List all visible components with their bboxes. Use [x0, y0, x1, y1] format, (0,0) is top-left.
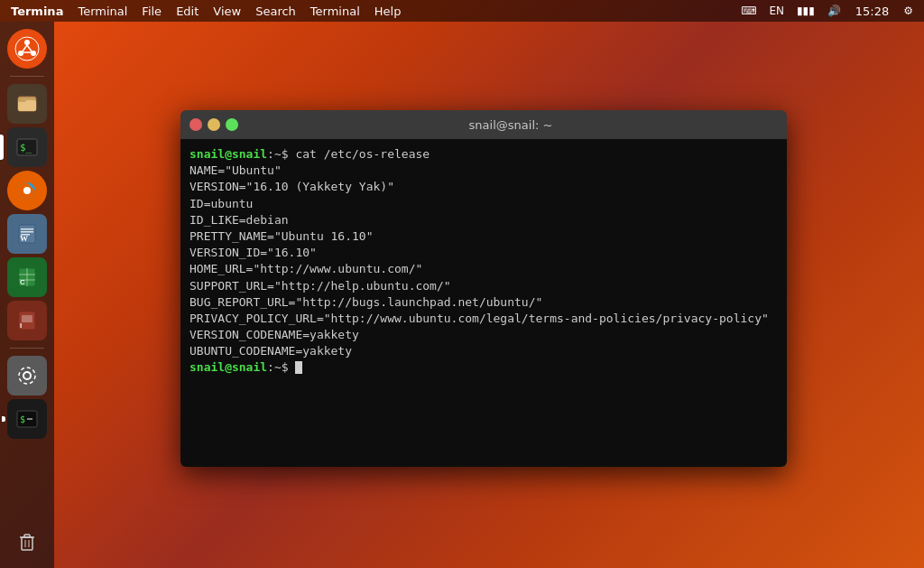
menu-terminal2[interactable]: Terminal [303, 0, 367, 22]
svg-point-10 [23, 187, 31, 194]
svg-point-1 [24, 40, 30, 45]
sidebar: $_ W [0, 22, 54, 568]
volume-icon[interactable]: 🔊 [824, 5, 845, 17]
svg-point-25 [19, 368, 35, 384]
sidebar-item-libreoffice-impress[interactable]: I [7, 301, 47, 340]
desktop: Termina Terminal File Edit View Search T… [0, 0, 924, 568]
maximize-button[interactable] [226, 118, 238, 131]
prompt-2: snail@snail [189, 360, 267, 374]
lang-icon[interactable]: EN [765, 5, 788, 17]
command-line: snail@snail:~$ cat /etc/os-release [189, 146, 778, 163]
output-line-6: VERSION_ID="16.10" [189, 245, 778, 261]
menu-file[interactable]: File [134, 0, 169, 22]
output-line-10: PRIVACY_POLICY_URL="http://www.ubuntu.co… [189, 311, 778, 327]
terminal-titlebar: snail@snail: ~ [180, 110, 787, 139]
settings-icon [15, 364, 39, 387]
output-line-11: VERSION_CODENAME=yakkety [189, 327, 778, 343]
svg-rect-28 [27, 418, 32, 420]
settings-icon[interactable]: ⚙ [900, 5, 917, 17]
terminal-icon: $_ [15, 135, 39, 159]
sidebar-item-trash[interactable] [7, 521, 47, 561]
close-button[interactable] [189, 118, 202, 131]
menu-search[interactable]: Search [248, 0, 303, 22]
svg-text:I: I [20, 321, 22, 330]
menu-help[interactable]: Help [367, 0, 409, 22]
output-line-7: HOME_URL="http://www.ubuntu.com/" [189, 261, 778, 277]
trash-icon [15, 529, 39, 553]
sidebar-item-firefox[interactable] [7, 171, 47, 210]
svg-text:$_: $_ [20, 142, 32, 154]
svg-rect-13 [21, 231, 33, 233]
minimize-button[interactable] [208, 118, 220, 131]
svg-rect-12 [21, 228, 33, 230]
output-line-4: ID_LIKE=debian [189, 212, 778, 228]
files-icon [15, 92, 39, 116]
cursor [295, 361, 302, 374]
output-line-8: SUPPORT_URL="http://help.ubuntu.com/" [189, 278, 778, 294]
terminal-title: snail@snail: ~ [244, 118, 778, 132]
svg-text:W: W [20, 234, 28, 243]
top-bar: Termina Terminal File Edit View Search T… [0, 0, 924, 22]
output-line-5: PRETTY_NAME="Ubuntu 16.10" [189, 228, 778, 245]
svg-text:C: C [20, 278, 25, 286]
svg-rect-29 [22, 537, 32, 550]
sidebar-item-libreoffice-calc[interactable]: C [7, 257, 47, 297]
calc-icon: C [15, 265, 39, 289]
clock: 15:28 [850, 5, 894, 18]
prompt-suffix-1: :~$ [267, 147, 288, 161]
sidebar-item-ubuntu[interactable] [7, 29, 47, 69]
prompt-line-2: snail@snail:~$ [189, 359, 778, 376]
impress-icon: I [15, 309, 39, 332]
prompt-suffix-2: :~$ [267, 360, 288, 374]
output-line-9: BUG_REPORT_URL="http://bugs.launchpad.ne… [189, 294, 778, 311]
sidebar-separator-1 [10, 76, 44, 77]
output-line-1: NAME="Ubuntu" [189, 163, 778, 179]
command-text: cat /etc/os-release [295, 147, 430, 161]
sidebar-item-terminal2[interactable]: $ [7, 399, 47, 439]
sidebar-item-settings[interactable] [7, 356, 47, 396]
terminal-window[interactable]: snail@snail: ~ snail@snail:~$ cat /etc/o… [180, 110, 787, 467]
menu-view[interactable]: View [206, 0, 248, 22]
firefox-icon [15, 179, 39, 202]
svg-rect-22 [22, 315, 32, 322]
battery-icon[interactable]: ▮▮▮ [793, 5, 818, 17]
sidebar-item-libreoffice-writer[interactable]: W [7, 214, 47, 254]
output-line-2: VERSION="16.10 (Yakkety Yak)" [189, 179, 778, 195]
writer-icon: W [15, 222, 39, 246]
terminal2-icon: $ [15, 407, 39, 431]
menu-terminal[interactable]: Terminal [70, 0, 134, 22]
terminal-body[interactable]: snail@snail:~$ cat /etc/os-release NAME=… [180, 139, 787, 467]
app-menu-name[interactable]: Termina [4, 0, 70, 22]
svg-rect-31 [24, 535, 30, 537]
sidebar-item-files[interactable] [7, 84, 47, 124]
top-bar-right: ⌨ EN ▮▮▮ 🔊 15:28 ⚙ [737, 5, 924, 18]
menu-edit[interactable]: Edit [169, 0, 206, 22]
sidebar-item-terminal[interactable]: $_ [7, 127, 47, 167]
svg-rect-6 [18, 98, 26, 102]
svg-point-24 [23, 372, 31, 379]
top-bar-left: Termina Terminal File Edit View Search T… [0, 0, 408, 22]
output-line-3: ID=ubuntu [189, 196, 778, 212]
sidebar-separator-2 [10, 348, 44, 349]
svg-text:$: $ [20, 414, 25, 424]
output-line-12: UBUNTU_CODENAME=yakkety [189, 343, 778, 359]
ubuntu-logo-icon [14, 36, 40, 61]
prompt-1: snail@snail [189, 147, 267, 161]
keyboard-icon[interactable]: ⌨ [737, 5, 760, 17]
